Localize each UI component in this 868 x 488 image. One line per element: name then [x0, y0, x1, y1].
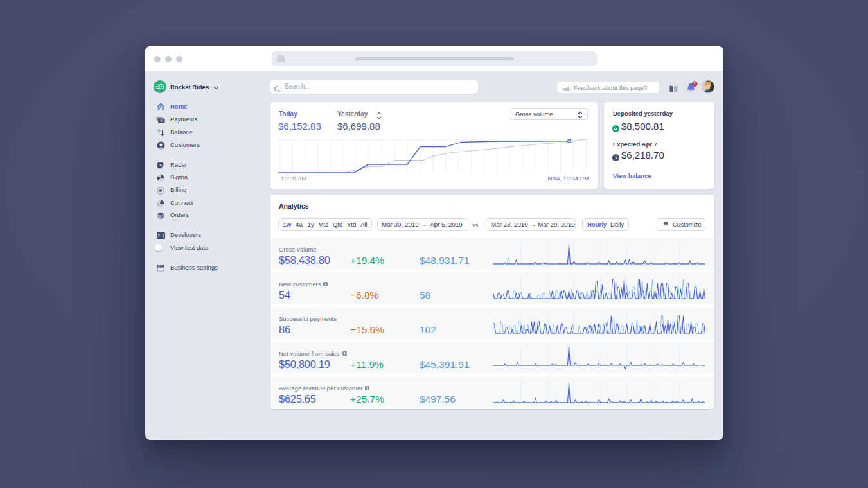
svg-text:1: 1 — [693, 82, 696, 86]
